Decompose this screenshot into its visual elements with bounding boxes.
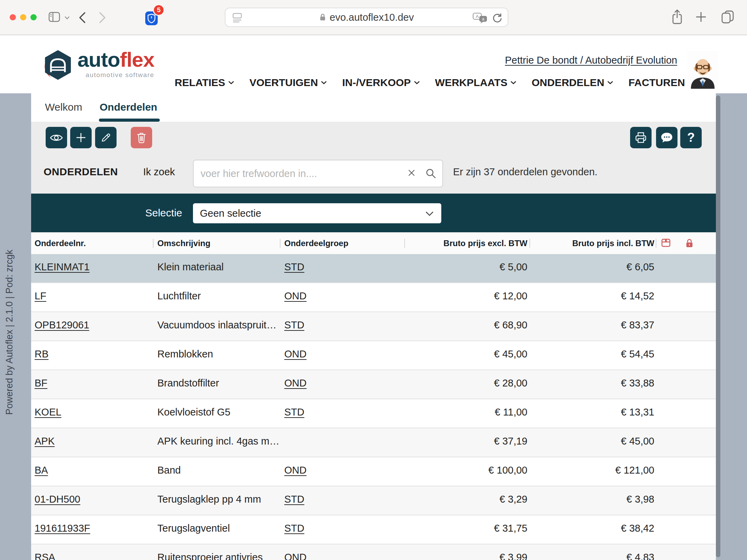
tab-welkom[interactable]: Welkom [45,93,82,121]
sidebar-menu-chevron-icon[interactable] [65,16,70,19]
part-description: Ruitensproeier antivries [157,544,280,560]
nav-item-relaties[interactable]: RELATIES [175,77,234,88]
url-bar[interactable]: evo.autoflex10.dev A a [225,8,508,27]
trash-icon [136,132,147,143]
nav-item-label: ONDERDELEN [532,77,604,88]
table-row[interactable]: BA Band OND € 100,00 € 121,00 [31,457,716,486]
part-number-link[interactable]: BF [35,370,47,396]
column-header-prijs-incl[interactable]: Bruto prijs incl. BTW [540,232,654,254]
column-header-prijs-excl[interactable]: Bruto prijs excl. BTW [406,232,527,254]
column-header-onderdeelgroep[interactable]: Onderdeelgroep [284,232,348,254]
price-incl: € 14,52 [540,283,654,309]
logo-wordmark: autoflex [77,49,154,71]
account-link[interactable]: Pettrie De bondt / Autobedrijf Evolution [505,55,677,66]
new-tab-icon[interactable] [695,11,707,23]
help-button[interactable]: ? [680,127,702,148]
scrollbar-thumb[interactable] [716,95,720,557]
avatar[interactable] [688,50,718,89]
sidebar-toggle-icon[interactable] [48,12,60,22]
eye-icon [50,133,63,142]
box-icon[interactable] [661,238,671,248]
nav-item-werkplaats[interactable]: WERKPLAATS [435,77,516,88]
table-row[interactable]: 01-DH500 Terugslagklep pp 4 mm STD € 3,2… [31,486,716,515]
edit-button[interactable] [95,127,117,148]
reload-icon[interactable] [492,12,502,24]
part-number-link[interactable]: BA [35,457,48,483]
share-icon[interactable] [671,9,683,25]
part-number-link[interactable]: APK [35,428,55,454]
table-row[interactable]: 191611933F Terugslagventiel STD € 31,75 … [31,515,716,544]
part-group-link[interactable]: STD [284,254,304,280]
forward-button-icon[interactable] [99,12,106,23]
price-incl: € 121,00 [540,457,654,483]
extension-badge: 5 [153,4,165,16]
view-button[interactable] [46,127,67,148]
part-group-link[interactable]: OND [284,544,306,560]
column-divider [404,239,405,248]
table-row[interactable]: RB Remblokken OND € 45,00 € 54,45 [31,341,716,370]
table-row[interactable]: RSA Ruitensproeier antivries OND € 3,99 … [31,544,716,560]
price-excl: € 31,75 [406,515,527,541]
selection-band: Selectie Geen selectie [31,194,716,232]
svg-text:a: a [482,17,485,21]
part-number-link[interactable]: RB [35,341,48,367]
part-number-link[interactable]: 01-DH500 [35,486,80,512]
part-group-link[interactable]: OND [284,283,306,309]
url-text[interactable]: evo.autoflex10.dev [330,12,414,23]
feedback-button[interactable] [656,127,677,148]
add-button[interactable] [70,127,92,148]
app-header: autoflex automotive software RELATIES VO… [0,35,747,93]
column-header-onderdeelnr[interactable]: Onderdeelnr. [35,232,86,254]
price-incl: € 45,00 [540,428,654,454]
part-group-link[interactable]: OND [284,341,306,367]
close-window-button[interactable] [10,14,16,20]
price-excl: € 12,00 [406,283,527,309]
table-row[interactable]: KOEL Koelvloeistof G5 STD € 11,00 € 13,3… [31,399,716,428]
search-input[interactable] [193,160,443,187]
autoflex-logo[interactable]: autoflex automotive software [42,49,154,82]
part-number-link[interactable]: RSA [35,544,55,560]
part-number-link[interactable]: KOEL [35,399,61,425]
table-row[interactable]: BF Brandstoffilter OND € 28,00 € 33,88 [31,370,716,399]
selection-dropdown[interactable]: Geen selectie [193,203,441,223]
nav-item-voertuigen[interactable]: VOERTUIGEN [249,77,327,88]
part-group-link[interactable]: STD [284,515,304,541]
nav-item-facturen[interactable]: FACTUREN [628,77,694,88]
nav-item-label: FACTUREN [628,77,685,88]
clear-search-icon[interactable] [407,169,416,177]
search-label: Ik zoek [143,163,175,180]
plus-icon [75,132,87,143]
tab-onderdelen[interactable]: Onderdelen [100,93,157,121]
part-group-link[interactable]: STD [284,399,304,425]
column-header-omschrijving[interactable]: Omschrijving [157,232,210,254]
tab-overview-icon[interactable] [721,10,735,24]
part-number-link[interactable]: KLEINMAT1 [35,254,90,280]
part-group-link[interactable]: STD [284,312,304,338]
part-group-link[interactable]: OND [284,370,306,396]
zoom-window-button[interactable] [30,14,37,20]
print-button[interactable] [630,127,652,148]
delete-button[interactable] [131,127,152,148]
price-incl: € 38,42 [540,515,654,541]
table-row[interactable]: OPB129061 Vacuumdoos inlaatspruit… STD €… [31,312,716,341]
table-row[interactable]: KLEINMAT1 Klein materiaal STD € 5,00 € 6… [31,254,716,283]
part-number-link[interactable]: OPB129061 [35,312,89,338]
back-button-icon[interactable] [79,12,86,23]
part-description: Remblokken [157,341,280,367]
part-number-link[interactable]: LF [35,283,46,309]
part-number-link[interactable]: 191611933F [35,515,90,541]
nav-item-onderdelen[interactable]: ONDERDELEN [532,77,613,88]
nav-item-inverkoop[interactable]: IN-/VERKOOP [342,77,419,88]
price-incl: € 13,31 [540,399,654,425]
part-group-link[interactable]: STD [284,486,304,512]
part-description: Brandstoffilter [157,370,280,396]
minimize-window-button[interactable] [20,14,26,20]
https-lock-icon [319,13,326,22]
part-description: Koelvloeistof G5 [157,399,280,425]
table-row[interactable]: LF Luchtfilter OND € 12,00 € 14,52 [31,283,716,312]
search-icon[interactable] [425,168,436,179]
part-group-link[interactable]: OND [284,457,306,483]
table-row[interactable]: APK APK keuring incl. 4gas m… € 37,19 € … [31,428,716,457]
lock-icon[interactable] [685,238,694,248]
translate-icon[interactable]: A a [472,12,488,24]
